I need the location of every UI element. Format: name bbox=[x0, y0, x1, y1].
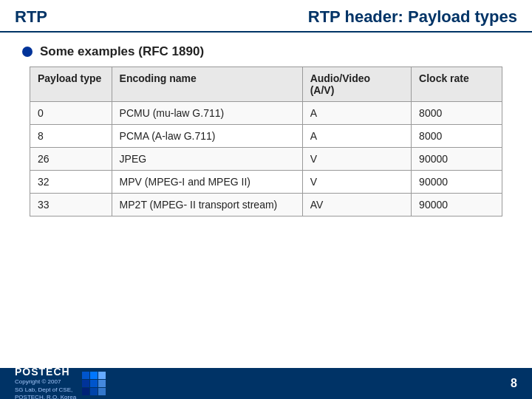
table-cell: 8000 bbox=[412, 125, 502, 148]
table-cell: 8 bbox=[30, 125, 112, 148]
table-cell: 33 bbox=[30, 194, 112, 216]
col-header-encoding: Encoding name bbox=[112, 67, 302, 102]
table-row: 32MPV (MPEG-I and MPEG II)V90000 bbox=[30, 171, 502, 194]
footer: POSTECH Copyright © 2007 SG Lab, Dept of… bbox=[0, 368, 532, 399]
table-cell: A bbox=[302, 102, 411, 125]
table-cell: 90000 bbox=[412, 194, 502, 216]
table-cell: 8000 bbox=[412, 102, 502, 125]
table-cell: PCMA (A-law G.711) bbox=[112, 125, 302, 148]
header-left-title: RTP bbox=[15, 7, 47, 27]
table-row: 33MP2T (MPEG- II transport stream)AV9000… bbox=[30, 194, 502, 216]
table-cell: AV bbox=[302, 194, 411, 216]
table-row: 26JPEGV90000 bbox=[30, 148, 502, 171]
table-cell: A bbox=[302, 125, 411, 148]
postech-name: POSTECH bbox=[15, 366, 76, 378]
postech-sub2: SG Lab, Dept of CSE, bbox=[15, 386, 76, 394]
subtitle-text: Some examples (RFC 1890) bbox=[40, 44, 204, 59]
table-row: 0PCMU (mu-law G.711)A8000 bbox=[30, 102, 502, 125]
table-cell: 26 bbox=[30, 148, 112, 171]
table-cell: V bbox=[302, 171, 411, 194]
postech-sub3: POSTECH, R.O. Korea bbox=[15, 394, 76, 399]
header-right-title: RTP header: Payload types bbox=[308, 7, 517, 27]
bullet-icon bbox=[22, 47, 33, 57]
postech-sub1: Copyright © 2007 bbox=[15, 378, 76, 386]
col-header-av: Audio/Video(A/V) bbox=[302, 67, 411, 102]
table-cell: PCMU (mu-law G.711) bbox=[112, 102, 302, 125]
table-header-row: Payload type Encoding name Audio/Video(A… bbox=[30, 67, 502, 102]
table-container: Payload type Encoding name Audio/Video(A… bbox=[0, 66, 532, 224]
header: RTP RTP header: Payload types bbox=[0, 0, 532, 33]
table-cell: MP2T (MPEG- II transport stream) bbox=[112, 194, 302, 216]
subtitle-section: Some examples (RFC 1890) bbox=[0, 33, 532, 66]
table-cell: JPEG bbox=[112, 148, 302, 171]
table-body: 0PCMU (mu-law G.711)A80008PCMA (A-law G.… bbox=[30, 102, 502, 216]
col-header-clock: Clock rate bbox=[412, 67, 502, 102]
footer-left: POSTECH Copyright © 2007 SG Lab, Dept of… bbox=[15, 366, 106, 399]
page-number: 8 bbox=[511, 377, 517, 390]
table-cell: 32 bbox=[30, 171, 112, 194]
payload-types-table: Payload type Encoding name Audio/Video(A… bbox=[30, 66, 502, 216]
table-cell: V bbox=[302, 148, 411, 171]
postech-logo: POSTECH Copyright © 2007 SG Lab, Dept of… bbox=[15, 366, 76, 399]
color-blocks-icon bbox=[82, 372, 106, 395]
table-row: 8PCMA (A-law G.711)A8000 bbox=[30, 125, 502, 148]
table-cell: MPV (MPEG-I and MPEG II) bbox=[112, 171, 302, 194]
col-header-payload: Payload type bbox=[30, 67, 112, 102]
table-cell: 0 bbox=[30, 102, 112, 125]
table-cell: 90000 bbox=[412, 148, 502, 171]
table-cell: 90000 bbox=[412, 171, 502, 194]
